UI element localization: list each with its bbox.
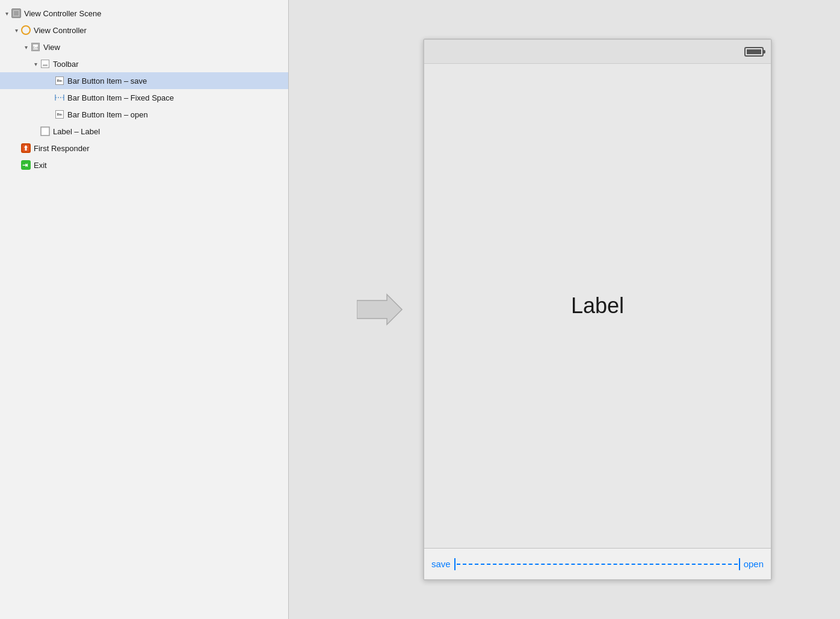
toolbar-icon: [40, 58, 51, 69]
firstresponder-icon: [20, 143, 31, 154]
svg-marker-12: [357, 294, 402, 325]
toggle-scene[interactable]: ▾: [2, 9, 11, 17]
barbtn-fixedspace-icon: [54, 92, 65, 103]
svg-rect-5: [41, 127, 49, 135]
scene-label: View Controller Scene: [24, 9, 101, 18]
barbtn-fixedspace-label: Bar Button Item – Fixed Space: [67, 93, 174, 102]
label-label: Label – Label: [53, 127, 100, 136]
tree-item-barbtn-open[interactable]: Btn Bar Button Item – open: [0, 106, 288, 123]
view-icon: Exit: [30, 42, 41, 52]
arrow-svg: [357, 291, 405, 328]
barbtn-open-label: Bar Button Item – open: [67, 110, 148, 119]
tree-item-scene[interactable]: ▾ View Controller Scene: [0, 5, 288, 22]
tree-item-barbtn-fixedspace[interactable]: Bar Button Item – Fixed Space: [0, 89, 288, 106]
firstresponder-label: First Responder: [34, 144, 89, 153]
tree-item-viewcontroller[interactable]: ▾ View Controller: [0, 22, 288, 39]
battery-icon: [744, 47, 764, 57]
svg-rect-9: [25, 148, 27, 151]
svg-text:Exit: Exit: [33, 46, 39, 49]
tree-item-view[interactable]: ▾ Exit View: [0, 39, 288, 55]
barbtn-open-icon: Btn: [54, 109, 65, 120]
toolbar-label: Toolbar: [53, 60, 79, 69]
tree-item-label[interactable]: Label – Label: [0, 123, 288, 140]
toggle-view[interactable]: ▾: [22, 43, 30, 51]
tree-item-toolbar[interactable]: ▾ Toolbar: [0, 55, 288, 72]
content-label: Label: [571, 293, 624, 319]
exit-label: Exit: [34, 161, 47, 170]
tree-item-barbtn-save[interactable]: Btn Bar Button Item – save: [0, 72, 288, 89]
canvas-panel: Label save open: [289, 0, 840, 619]
toggle-vc[interactable]: ▾: [12, 26, 20, 34]
outline-panel: ▾ View Controller Scene ▾ View Controlle…: [0, 0, 289, 619]
status-bar: [424, 40, 771, 64]
vc-label: View Controller: [34, 26, 87, 35]
view-content: Label: [424, 64, 771, 548]
toggle-toolbar[interactable]: ▾: [31, 60, 40, 68]
svg-text:⇥: ⇥: [22, 161, 28, 169]
view-label: View: [43, 43, 60, 52]
toolbar-save-button[interactable]: save: [431, 559, 451, 569]
dotted-spacer: [457, 564, 738, 565]
label-icon: [40, 126, 51, 137]
scene-icon: [11, 8, 22, 19]
tree-item-firstresponder[interactable]: First Responder: [0, 140, 288, 157]
barbtn-save-icon: Btn: [54, 75, 65, 86]
iphone-toolbar: save open: [424, 548, 771, 579]
iphone-mockup: Label save open: [423, 39, 772, 580]
barbtn-save-label: Bar Button Item – save: [67, 76, 147, 86]
tree-item-exit[interactable]: ⇥ Exit: [0, 157, 288, 173]
vc-icon: [20, 25, 31, 36]
space-separator-left: [454, 558, 456, 570]
space-separator-right: [739, 558, 740, 570]
toolbar-open-button[interactable]: open: [744, 559, 764, 569]
toolbar-fixed-space: [454, 558, 740, 570]
entry-arrow: [357, 291, 405, 328]
exit-icon: ⇥: [20, 160, 31, 170]
